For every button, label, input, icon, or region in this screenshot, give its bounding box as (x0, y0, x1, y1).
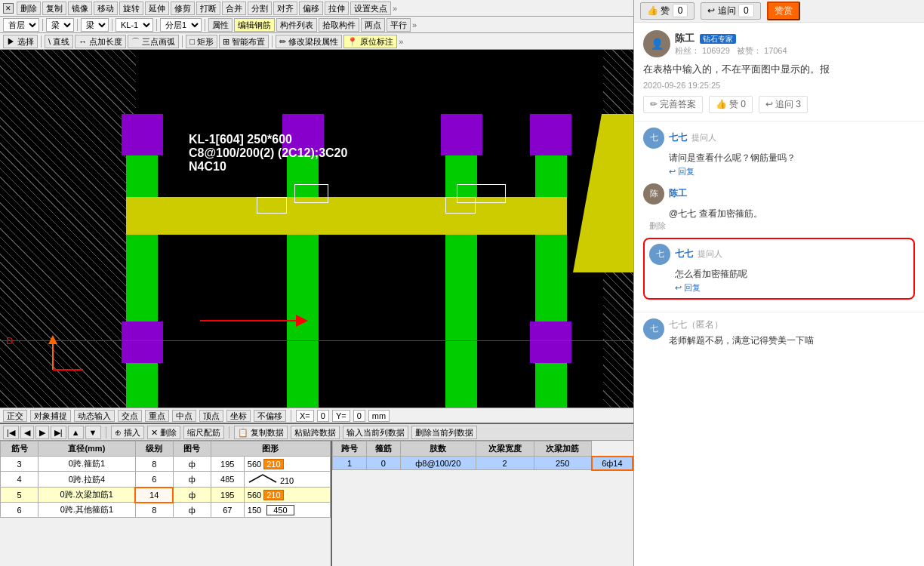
comment-item-circled: 七 七七 提问人 怎么看加密箍筋呢 ↩ 回复 (643, 238, 915, 300)
extend-btn[interactable]: 延伸 (145, 2, 169, 15)
delete-row-btn[interactable]: ✕ 删除 (147, 426, 180, 439)
complete-answer-btn[interactable]: ✏ 完善答案 (643, 96, 703, 113)
vote-btn[interactable]: 👍 赞 0 (640, 2, 695, 20)
stretch-btn[interactable]: 拉伸 (325, 2, 349, 15)
arc-btn[interactable]: ⌒ 三点画弧 (128, 35, 179, 48)
two-point-btn[interactable]: 两点 (361, 18, 385, 32)
answer-ask-btn[interactable]: ↩ 追问 3 (759, 96, 808, 113)
delete-comment-btn[interactable]: 删除 (649, 221, 666, 230)
layer-select[interactable]: 分层1 (160, 18, 202, 32)
col-fig: 图号 (173, 441, 211, 457)
reply-btn[interactable]: ↩ 回复 (675, 282, 909, 294)
answer-vote-btn[interactable]: 👍 赞 0 (709, 96, 753, 113)
center-btn[interactable]: 中点 (172, 410, 196, 422)
line-btn[interactable]: \ 直线 (45, 35, 73, 48)
smart-place-btn[interactable]: ⊞ 智能布置 (219, 35, 269, 48)
user-meta: 粉丝： 106929 被赞： 17064 (675, 45, 787, 57)
copy-data-btn[interactable]: 📋 复制数据 (234, 426, 288, 439)
answers-label: 被赞： (737, 46, 762, 55)
floor-select[interactable]: 首层 (3, 18, 39, 32)
mark-btn[interactable]: 📍 原位标注 (343, 35, 397, 48)
ortho-btn[interactable]: 正交 (3, 410, 27, 422)
svg-marker-0 (573, 114, 633, 272)
element-select[interactable]: KL-1 (116, 18, 153, 32)
nav-first[interactable]: |◀ (3, 426, 19, 439)
vertex-btn[interactable]: 顶点 (199, 410, 223, 422)
vote-label: 赞 0 (729, 98, 746, 111)
break-btn[interactable]: 打断 (196, 2, 220, 15)
split-btn[interactable]: 分割 (248, 2, 272, 15)
trim-btn[interactable]: 修剪 (171, 2, 195, 15)
joint-6 (530, 321, 571, 363)
component-list-btn[interactable]: 构件列表 (276, 18, 317, 32)
ask-btn[interactable]: ↩ 追问 0 (701, 2, 760, 20)
midpoint-btn[interactable]: 重点 (145, 410, 169, 422)
col-stirrup: 箍筋 (366, 441, 400, 457)
dynamic-input-btn[interactable]: 动态输入 (74, 410, 115, 422)
input-col-btn[interactable]: 输入当前列数据 (343, 426, 408, 439)
nav-down[interactable]: ▼ (85, 426, 101, 439)
reply-btn[interactable]: ↩ 回复 (669, 166, 915, 177)
table-row-selected: 1 0 ф8@100/20 2 250 6ф14 (333, 457, 633, 470)
answer-date: 2020-09-26 19:25:25 (643, 81, 915, 90)
cell-span-start: 0 (366, 457, 400, 470)
rotate-btn[interactable]: 旋转 (119, 2, 143, 15)
comment-section: 七 七七 提问人 请问是查看什么呢？钢筋量吗？ ↩ 回复 陈 陈工 @七七 查看… (634, 122, 924, 312)
y-label: Y= (332, 410, 350, 422)
rect-annotation-4 (445, 197, 476, 214)
toolbar-more1[interactable]: » (393, 4, 397, 13)
answer-section: 👤 陈工 钻石专家 粉丝： 106929 被赞： 17064 在表格中输入的，不… (634, 23, 924, 122)
expert-badge: 钻石专家 (700, 34, 736, 44)
delete-btn[interactable]: 删除 (17, 2, 41, 15)
toolbar-more3[interactable]: » (399, 37, 403, 46)
scale-rebar-btn[interactable]: 缩尺配筋 (183, 426, 224, 439)
property-btn[interactable]: 属性 (208, 18, 233, 32)
modify-prop-btn[interactable]: ✏ 修改梁段属性 (276, 35, 342, 48)
right-scroll-area[interactable]: 👤 陈工 钻石专家 粉丝： 106929 被赞： 17064 在表格中输入的，不… (634, 23, 924, 566)
col-legs: 肢数 (400, 441, 476, 457)
copy-btn[interactable]: 复制 (42, 2, 66, 15)
offset-btn[interactable]: 偏移 (299, 2, 323, 15)
parallel-btn[interactable]: 平行 (387, 18, 411, 32)
right-panel: 👍 赞 0 ↩ 追问 0 赞赏 👤 陈工 钻石专家 粉丝： 106929 被赞：… (634, 0, 924, 566)
toolbar-more2[interactable]: » (412, 20, 417, 29)
select-btn[interactable]: ▶ 选择 (3, 35, 38, 48)
cell-grade: ф (173, 503, 211, 518)
coord-btn[interactable]: 坐标 (226, 410, 251, 422)
pick-component-btn[interactable]: 拾取构件 (319, 18, 359, 32)
fav-btn[interactable]: 赞赏 (767, 2, 800, 20)
merge-btn[interactable]: 合并 (222, 2, 246, 15)
mirror-btn[interactable]: 镜像 (68, 2, 92, 15)
align-btn[interactable]: 对齐 (273, 2, 297, 15)
nav-last[interactable]: ▶| (51, 426, 66, 439)
close-btn[interactable]: ✕ (3, 3, 14, 14)
add-length-btn[interactable]: ↔ 点加长度 (75, 35, 126, 48)
nav-up[interactable]: ▲ (68, 426, 84, 439)
bottom-toolbar: |◀ ◀ ▶ ▶| ▲ ▼ ⊕ 插入 ✕ 删除 缩尺配筋 📋 复制数据 粘贴跨数… (0, 424, 633, 441)
commenter-name: 陈工 (669, 187, 687, 200)
setpoint-btn[interactable]: 设置夹点 (350, 2, 391, 15)
paste-span-btn[interactable]: 粘贴跨数据 (291, 426, 340, 439)
cad-canvas[interactable]: KL-1[604] 250*600 C8@100/200(2) (2C12);3… (0, 50, 633, 408)
commenter-role: 提问人 (691, 132, 716, 143)
beam-line2: C8@100/200(2) (2C12);3C20 (189, 146, 347, 160)
insert-btn[interactable]: ⊕ 插入 (111, 426, 144, 439)
cell-shape: 560 210 (244, 457, 330, 472)
nav-next[interactable]: ▶ (35, 426, 49, 439)
x-label: X= (296, 410, 314, 422)
delete-col-btn[interactable]: 删除当前列数据 (411, 426, 477, 439)
cell-dia[interactable]: 14 (135, 488, 173, 503)
comment-text: 请问是查看什么呢？钢筋量吗？ (669, 151, 915, 165)
cell-shape: 560 210 (244, 488, 330, 503)
no-offset-btn[interactable]: 不偏移 (254, 410, 286, 422)
rect-btn[interactable]: □ 矩形 (186, 35, 217, 48)
intersect-btn[interactable]: 交点 (118, 410, 142, 422)
nav-prev[interactable]: ◀ (20, 426, 34, 439)
move-btn[interactable]: 移动 (94, 2, 118, 15)
type-select1[interactable]: 梁 (46, 18, 74, 32)
snap-btn[interactable]: 对象捕捉 (30, 410, 71, 422)
complete-label: 完善答案 (660, 98, 696, 111)
edit-rebar-btn[interactable]: 编辑钢筋 (234, 18, 275, 32)
answer-actions: ✏ 完善答案 👍 赞 0 ↩ 追问 3 (643, 96, 915, 113)
type-select2[interactable]: 梁 (81, 18, 109, 32)
